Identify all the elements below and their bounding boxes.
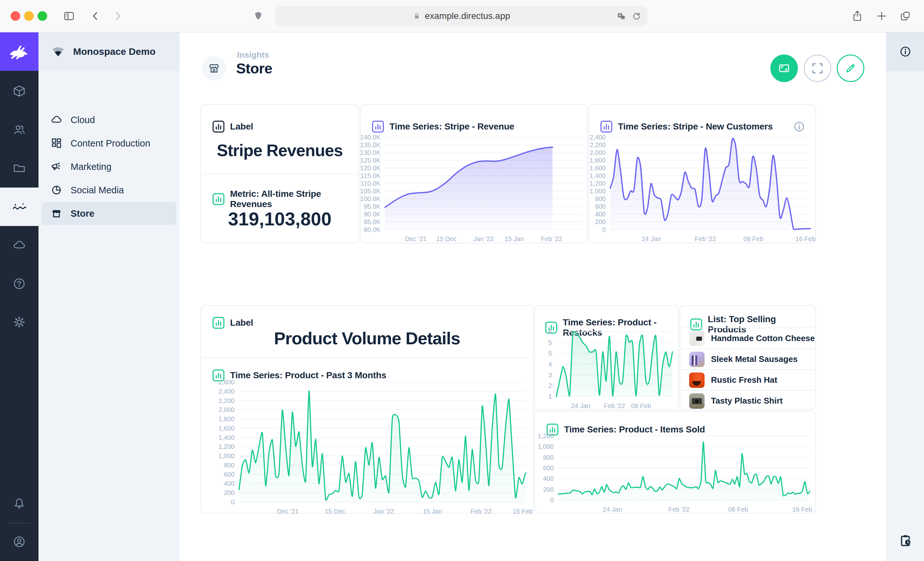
y-axis-tick: 600	[199, 471, 234, 478]
cloud-icon	[12, 238, 27, 253]
x-axis-tick: 24 Jan	[571, 402, 590, 410]
y-axis-tick: 90.0K	[345, 211, 381, 218]
tab-overview-icon[interactable]	[899, 10, 912, 22]
share-icon[interactable]	[851, 10, 864, 22]
chart-svg	[558, 436, 810, 500]
x-axis-tick: 24 Jan	[603, 506, 622, 513]
y-axis-tick: 2,000	[199, 406, 234, 414]
y-axis-tick: 1	[516, 393, 552, 400]
activity-drawer-button[interactable]	[887, 524, 924, 557]
privacy-shield-icon[interactable]	[253, 10, 264, 21]
module-users[interactable]	[0, 111, 39, 149]
product-thumbnail	[689, 373, 705, 388]
gear-icon	[12, 315, 27, 329]
window-close-button[interactable]	[10, 11, 20, 21]
forward-button-icon[interactable]	[111, 10, 124, 22]
panel-header: Metric: All-time Stripe Revenues	[212, 189, 358, 209]
nav-item-marketing[interactable]: Marketing	[42, 155, 177, 178]
list-item[interactable]: Rustic Fresh Hat	[680, 369, 815, 390]
insights-icon	[12, 199, 27, 214]
module-notifications[interactable]	[0, 485, 39, 523]
megaphone-icon	[50, 160, 63, 173]
module-account[interactable]	[0, 522, 39, 561]
chart-svg	[556, 332, 672, 396]
nav-item-content-production[interactable]: Content Production	[42, 132, 177, 155]
y-axis-tick: 1,000	[519, 443, 554, 450]
window-minimize-button[interactable]	[24, 11, 34, 21]
directus-logo[interactable]	[0, 32, 39, 71]
folder-icon	[12, 161, 27, 176]
label-product-volume-details: Product Volume Details	[201, 328, 533, 348]
y-axis-tick: 400	[199, 480, 234, 487]
user-circle-icon	[12, 534, 27, 549]
y-axis-tick: 95.0K	[345, 203, 381, 210]
info-icon	[898, 45, 912, 58]
back-button-icon[interactable]	[89, 10, 102, 22]
y-axis-tick: 2,200	[199, 397, 234, 404]
module-cloud[interactable]	[0, 226, 39, 265]
url-text: example.directus.app	[275, 6, 648, 26]
product-thumbnail	[689, 393, 705, 409]
sidebar-toggle-icon[interactable]	[63, 10, 75, 22]
x-axis-tick: Feb '22	[668, 506, 690, 513]
project-name: Monospace Demo	[73, 46, 156, 57]
nav-item-store[interactable]: Store	[42, 202, 177, 225]
y-axis-tick: 3	[516, 371, 552, 378]
y-axis-tick: 110.0K	[345, 180, 381, 187]
panel-header: Time Series: Stripe - Revenue	[372, 120, 514, 133]
project-status-icon	[51, 44, 66, 59]
y-axis-tick: 1,000	[570, 187, 606, 195]
fullscreen-button[interactable]	[804, 54, 831, 82]
list-item[interactable]: Handmade Cotton Cheese	[680, 328, 815, 349]
module-content[interactable]	[0, 72, 39, 111]
x-axis-tick: Jan '22	[473, 235, 494, 243]
y-axis-tick: 80.0K	[345, 226, 381, 233]
panel-info-icon[interactable]	[794, 121, 805, 132]
reload-icon[interactable]	[632, 11, 642, 21]
y-axis-tick: 1,400	[570, 172, 606, 180]
clipboard-clock-icon	[898, 533, 913, 548]
panel-divider	[201, 358, 533, 358]
pie-chart-icon	[50, 184, 63, 196]
product-past-3-months-chart: 2,6002,4002,2002,0001,8001,6001,4001,200…	[239, 382, 525, 502]
svg-text:x: x	[622, 16, 624, 19]
product-thumbnail	[689, 331, 705, 346]
x-axis-tick: Jan '22	[374, 508, 394, 515]
module-files[interactable]	[0, 149, 39, 187]
page-title: Store	[236, 60, 272, 77]
module-insights[interactable]	[0, 187, 39, 226]
nav-item-cloud[interactable]: Cloud	[42, 108, 177, 132]
stripe-revenue-chart: 140.0K135.0K130.0K125.0K120.0K115.0K110.…	[385, 137, 583, 229]
module-settings[interactable]	[0, 303, 39, 341]
module-help[interactable]	[0, 265, 39, 303]
list-item[interactable]: Sleek Metal Sausages	[680, 349, 815, 369]
zoom-to-fit-button[interactable]	[770, 54, 798, 82]
panel-header: Time Series: Product - Past 3 Months	[212, 369, 386, 382]
address-bar[interactable]: example.directus.app A x	[275, 6, 648, 26]
list-item[interactable]: Tasty Plastic Shirt	[680, 390, 815, 410]
x-axis-tick: 15 Feb	[513, 508, 532, 515]
project-switcher[interactable]: Monospace Demo	[39, 32, 180, 71]
y-axis-tick: 105.0K	[345, 187, 381, 195]
x-axis-tick: 15 Jan	[505, 235, 524, 243]
y-axis-tick: 0	[199, 498, 234, 506]
sidebar-info-section[interactable]	[887, 32, 924, 71]
translate-icon[interactable]: A x	[616, 11, 626, 21]
rabbit-logo-icon	[8, 40, 30, 63]
edit-dashboard-button[interactable]	[837, 54, 864, 82]
y-axis-tick: 2,400	[199, 387, 234, 395]
window-zoom-button[interactable]	[38, 11, 47, 21]
breadcrumb[interactable]: Insights	[237, 50, 269, 60]
module-bar	[0, 32, 39, 561]
y-axis-tick: 2,200	[570, 141, 606, 149]
new-tab-icon[interactable]	[875, 10, 888, 22]
y-axis-tick: 1,800	[570, 157, 606, 164]
users-icon	[12, 123, 27, 137]
panel-header: Label	[212, 120, 253, 133]
chart-svg	[385, 137, 583, 229]
y-axis-tick: 130.0K	[345, 149, 381, 156]
nav-item-social-media[interactable]: Social Media	[42, 178, 177, 202]
y-axis-tick: 6	[516, 328, 552, 336]
y-axis-tick: 1,200	[519, 432, 554, 440]
chart-panel-icon	[212, 120, 225, 133]
